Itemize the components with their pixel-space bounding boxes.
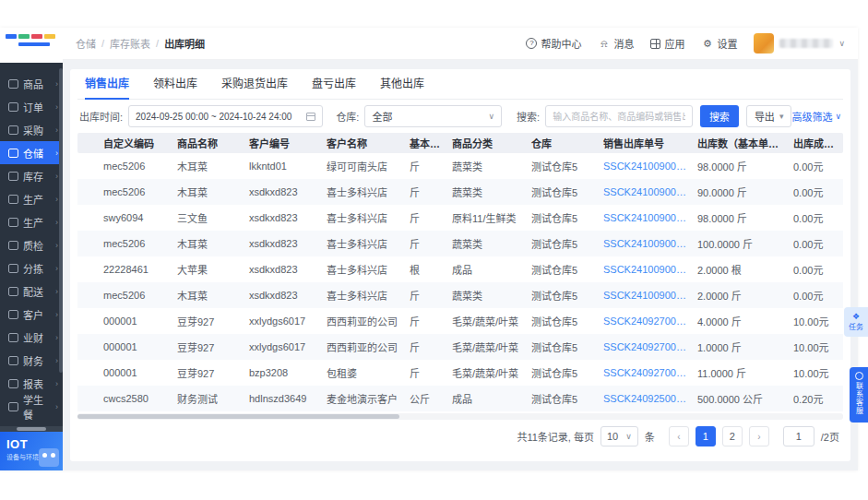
cell-unit: 斤 xyxy=(406,365,448,380)
sidebar-item-student-meal[interactable]: 学生餐› xyxy=(0,395,63,418)
user-menu[interactable]: ∨ xyxy=(754,33,845,54)
table-row: 000001豆芽927bzp3208包租婆斤毛菜/蔬菜/叶菜测试仓库5SSCK2… xyxy=(77,360,843,386)
cell-customer_code: lkkntd01 xyxy=(245,161,323,172)
topbar-action-bell[interactable]: ⍾消息 xyxy=(598,36,634,51)
topbar-action-label: 设置 xyxy=(717,36,737,51)
table-horizontal-scrollbar[interactable] xyxy=(77,413,843,420)
advanced-filter-toggle[interactable]: 高级筛选 ∨ xyxy=(791,109,841,124)
task-float-button[interactable]: ❖ 任务 xyxy=(844,307,868,337)
tab-采购退货出库[interactable]: 采购退货出库 xyxy=(221,75,288,99)
cell-qty: 2.0000 斤 xyxy=(694,288,790,303)
page-jump-input[interactable]: 1 xyxy=(783,426,814,446)
avatar[interactable] xyxy=(754,33,774,54)
sidebar-item-goods[interactable]: 商品› xyxy=(0,72,63,95)
sidebar-item-warehouse[interactable]: 仓储› xyxy=(0,141,63,164)
cell-category: 蔬菜类 xyxy=(448,159,528,173)
cell-category: 原料11/生鲜类 xyxy=(448,210,528,225)
cell-customer: 喜士多科兴店 xyxy=(323,185,406,199)
tab-销售出库[interactable]: 销售出库 xyxy=(85,75,129,99)
search-input[interactable] xyxy=(553,112,685,122)
chevron-right-icon: › xyxy=(55,379,58,388)
scrollbar-thumb[interactable] xyxy=(77,414,399,419)
cell-customer_code: xsdkxd823 xyxy=(245,238,323,249)
sidebar-item-label: 库存 xyxy=(23,169,43,184)
iot-module[interactable]: IOT 设备与环境 xyxy=(0,432,63,470)
cell-unit: 斤 xyxy=(406,159,448,173)
table-row: 000001豆芽927xxlydgs6017西西莉亚的公司斤毛菜/蔬菜/叶菜测试… xyxy=(77,334,843,360)
contact-service-button[interactable]: 联系客服 xyxy=(850,367,868,423)
next-page-button[interactable]: › xyxy=(749,426,769,446)
report-icon xyxy=(8,379,18,388)
cell-order_no[interactable]: SSCK24100900017 xyxy=(600,238,694,249)
cell-order_no[interactable]: SSCK24100900020 xyxy=(600,186,694,197)
cell-code: mec5206 xyxy=(100,238,173,249)
tab-领料出库[interactable]: 领料出库 xyxy=(153,75,197,99)
cell-category: 成品 xyxy=(448,391,528,406)
cell-qty: 100.0000 斤 xyxy=(694,236,790,251)
pagination-unit-text: 条 xyxy=(645,429,655,444)
tab-其他出库[interactable]: 其他出库 xyxy=(380,75,424,99)
sidebar-item-customer[interactable]: 客户› xyxy=(0,303,63,326)
topbar-action-gear[interactable]: ⚙设置 xyxy=(701,36,737,51)
sidebar-item-purchase[interactable]: 采购› xyxy=(0,118,63,141)
cell-unit: 斤 xyxy=(406,314,448,328)
sorting-icon xyxy=(8,264,18,273)
cell-order_no[interactable]: SSCK24092700004 xyxy=(600,315,694,327)
date-range-input[interactable]: 2024-09-25 00:00 ~ 2024-10-24 24:00 xyxy=(128,105,323,127)
sidebar-item-inventory[interactable]: 库存› xyxy=(0,164,63,187)
biz-finance-icon xyxy=(8,333,18,342)
page-number-2[interactable]: 2 xyxy=(722,426,743,446)
cell-order_no[interactable]: SSCK24100900015 xyxy=(600,264,694,275)
breadcrumb-item[interactable]: 仓储 xyxy=(76,36,96,51)
prev-page-button[interactable]: ‹ xyxy=(669,426,689,446)
table-row: mec5206木耳菜xsdkxd823喜士多科兴店斤蔬菜类测试仓库5SSCK24… xyxy=(77,282,843,308)
customer-icon xyxy=(8,310,18,319)
sidebar-item-delivery[interactable]: 配送› xyxy=(0,280,63,303)
sidebar-item-finance[interactable]: 财务› xyxy=(0,349,63,372)
logo-bar-green xyxy=(18,34,30,39)
scrollbar-thumb[interactable] xyxy=(17,427,46,431)
cell-order_no[interactable]: SSCK24092700004 xyxy=(600,341,694,352)
sidebar-item-order[interactable]: 订单› xyxy=(0,95,63,118)
chevron-down-icon: ▾ xyxy=(779,112,784,121)
topbar-action-apps[interactable]: 应用 xyxy=(650,36,684,51)
topbar-action-help[interactable]: ?帮助中心 xyxy=(526,36,581,51)
cell-order_no[interactable]: SSCK24092500004 xyxy=(600,393,694,404)
cell-category: 毛菜/蔬菜/叶菜 xyxy=(448,365,528,380)
cell-order_no[interactable]: SSCK24100900017 xyxy=(600,212,694,223)
outbound-table: 自定义编码商品名称客户编号客户名称基本单位商品分类仓库销售出库单号出库数（基本单… xyxy=(77,133,843,420)
cell-order_no[interactable]: SSCK24100900021 xyxy=(600,161,694,172)
breadcrumb-item[interactable]: 库存账表 xyxy=(110,36,150,51)
column-header: 销售出库单号 xyxy=(600,136,694,150)
inventory-icon xyxy=(8,172,18,181)
cell-order_no[interactable]: SSCK24092700011 xyxy=(600,367,694,378)
robot-icon xyxy=(39,448,59,467)
sidebar-item-label: 采购 xyxy=(23,123,43,137)
cell-category: 毛菜/蔬菜/叶菜 xyxy=(448,314,528,328)
sidebar-item-production[interactable]: 生产› xyxy=(0,187,63,210)
sidebar-item-sorting[interactable]: 分拣› xyxy=(0,256,63,280)
sidebar-item-production2[interactable]: 生产› xyxy=(0,210,63,233)
contact-service-label: 联系客服 xyxy=(854,382,864,415)
page-number-1[interactable]: 1 xyxy=(696,426,716,446)
search-button[interactable]: 搜索 xyxy=(700,105,739,127)
page-size-select[interactable]: 10 ∨ xyxy=(600,426,638,446)
sidebar-item-label: 生产 xyxy=(23,215,43,230)
logo-bar-blue xyxy=(6,34,17,39)
sidebar-item-quality[interactable]: 质检› xyxy=(0,233,63,256)
sidebar-item-label: 订单 xyxy=(23,100,43,114)
topbar-action-label: 应用 xyxy=(664,36,684,51)
warehouse-filter-label: 仓库: xyxy=(336,109,359,124)
cell-order_no[interactable]: SSCK24100900015 xyxy=(600,290,694,301)
warehouse-select[interactable]: 全部 ∨ xyxy=(364,105,502,127)
column-header: 客户编号 xyxy=(245,136,323,150)
export-button[interactable]: 导出 ▾ xyxy=(746,105,792,127)
tab-盘亏出库[interactable]: 盘亏出库 xyxy=(312,75,356,99)
cell-warehouse: 测试仓库5 xyxy=(528,159,600,173)
warehouse-icon xyxy=(8,149,18,158)
sidebar-item-biz-finance[interactable]: 业财› xyxy=(0,326,63,349)
cell-customer: 西西莉亚的公司 xyxy=(323,339,406,354)
sidebar-menu: 商品›订单›采购›仓储›库存›生产›生产›质检›分拣›配送›客户›业财›财务›报… xyxy=(0,63,63,418)
cell-unit: 斤 xyxy=(406,185,448,199)
cell-cost: 0.00元 xyxy=(790,210,843,225)
